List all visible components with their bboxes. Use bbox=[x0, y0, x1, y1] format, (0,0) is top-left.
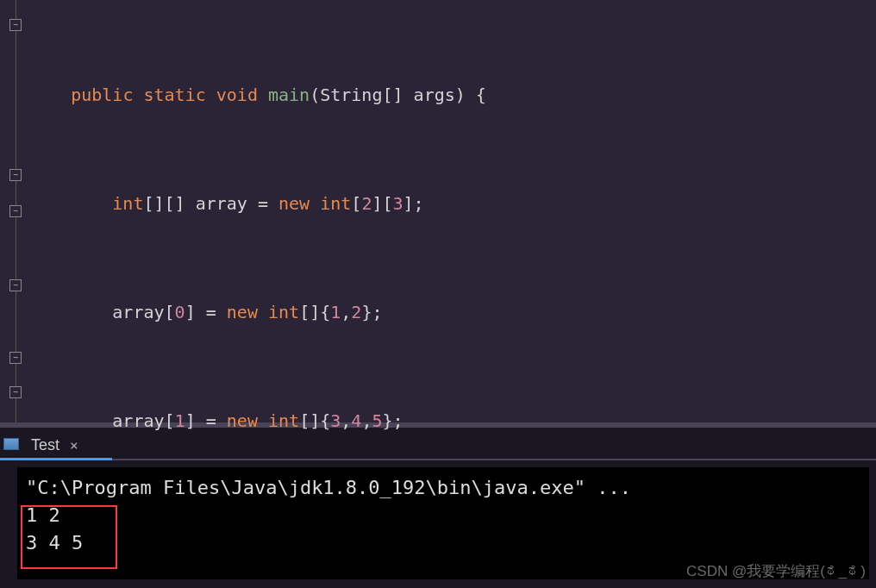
code-content[interactable]: public static void main(String[] args) {… bbox=[26, 0, 876, 422]
gutter bbox=[0, 0, 26, 422]
fold-marker-icon[interactable] bbox=[9, 205, 22, 217]
fold-marker-icon[interactable] bbox=[9, 19, 22, 31]
code-line: public static void main(String[] args) { bbox=[26, 77, 876, 113]
code-line: int[][] array = new int[2][3]; bbox=[26, 185, 876, 222]
code-line: array[1] = new int[]{3,4,5}; bbox=[26, 403, 876, 439]
fold-marker-icon[interactable] bbox=[9, 386, 22, 398]
fold-marker-icon[interactable] bbox=[9, 169, 22, 181]
fold-marker-icon[interactable] bbox=[9, 279, 22, 291]
highlight-box bbox=[21, 505, 117, 569]
fold-marker-icon[interactable] bbox=[9, 352, 22, 364]
code-line: array[0] = new int[]{1,2}; bbox=[26, 294, 876, 330]
run-config-icon bbox=[3, 438, 19, 450]
console-command: "C:\Program Files\Java\jdk1.8.0_192\bin\… bbox=[26, 474, 860, 502]
output-line: 1 2 bbox=[26, 502, 860, 529]
code-editor[interactable]: public static void main(String[] args) {… bbox=[0, 0, 876, 422]
watermark: CSDN @我要学编程(ಥ_ಥ) bbox=[686, 561, 866, 581]
output-line: 3 4 5 bbox=[26, 529, 860, 557]
